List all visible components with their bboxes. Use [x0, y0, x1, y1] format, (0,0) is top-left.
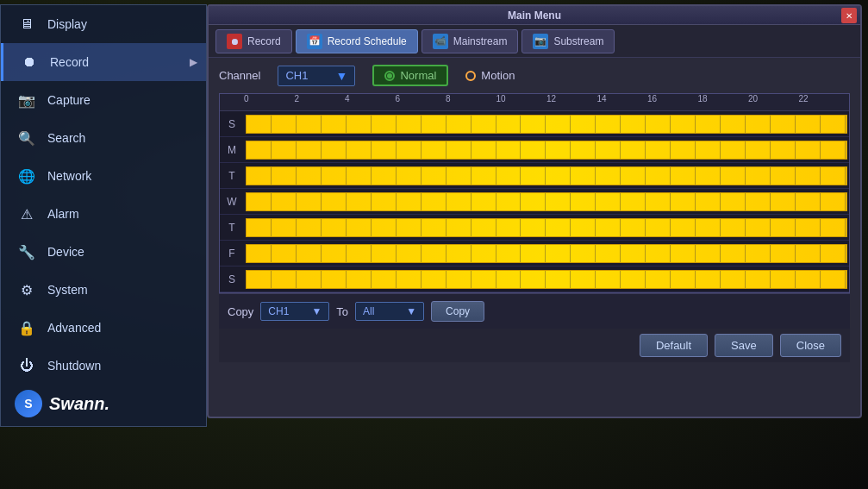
time-4: 4 — [345, 94, 350, 103]
sidebar-label-shutdown: Shutdown — [47, 359, 101, 373]
day-bar-W[interactable] — [246, 192, 847, 211]
mainstream-tab-icon: 📹 — [433, 34, 448, 49]
tab-substream[interactable]: 📷 Substream — [521, 29, 615, 53]
time-0: 0 — [244, 94, 249, 103]
time-22: 22 — [798, 94, 808, 103]
time-8: 8 — [446, 94, 451, 103]
motion-label: Motion — [481, 69, 515, 82]
day-bar-S2[interactable] — [246, 270, 847, 289]
sidebar: 🖥 Display ⏺ Record ▶ 📷 Capture 🔍 Search … — [0, 4, 207, 427]
day-row-M: M — [220, 137, 849, 163]
sidebar-item-network[interactable]: 🌐 Network — [1, 157, 206, 195]
tabs-area: ⏺ Record 📅 Record Schedule 📹 Mainstream … — [209, 25, 860, 58]
tab-mainstream[interactable]: 📹 Mainstream — [422, 29, 519, 53]
copy-to-select[interactable]: All ▼ — [355, 302, 424, 321]
day-row-T2: T — [220, 215, 849, 241]
day-label-W: W — [220, 196, 244, 208]
time-6: 6 — [396, 94, 401, 103]
arrow-icon: ▶ — [190, 56, 197, 68]
sidebar-label-device: Device — [47, 245, 84, 259]
substream-tab-icon: 📷 — [533, 34, 548, 49]
capture-icon: 📷 — [15, 88, 39, 112]
close-button[interactable]: Close — [780, 334, 841, 357]
window-title: Main Menu — [508, 9, 561, 22]
record-icon: ⏺ — [17, 50, 41, 74]
to-label: To — [336, 305, 348, 318]
sidebar-item-record[interactable]: ⏺ Record ▶ — [1, 43, 206, 81]
time-2: 2 — [294, 94, 299, 103]
tab-record-schedule-label: Record Schedule — [328, 35, 407, 47]
sidebar-item-display[interactable]: 🖥 Display — [1, 5, 206, 43]
copy-label: Copy — [228, 305, 253, 318]
day-bar-F[interactable] — [246, 244, 847, 263]
main-window: Main Menu ✕ ⏺ Record 📅 Record Schedule 📹… — [207, 4, 862, 418]
sidebar-item-device[interactable]: 🔧 Device — [1, 233, 206, 271]
tab-record[interactable]: ⏺ Record — [215, 29, 292, 53]
day-label-T1: T — [220, 170, 244, 182]
tab-record-label: Record — [247, 35, 281, 47]
swann-logo: S Swann. — [15, 390, 109, 417]
sidebar-label-system: System — [47, 283, 88, 297]
display-icon: 🖥 — [15, 12, 39, 36]
day-row-S1: S — [220, 111, 849, 137]
day-row-F: F — [220, 241, 849, 266]
day-bar-M[interactable] — [246, 141, 847, 160]
alarm-icon: ⚠ — [15, 202, 39, 226]
swann-logo-text: Swann. — [49, 394, 109, 414]
motion-radio — [465, 71, 476, 81]
advanced-icon: 🔒 — [15, 316, 39, 340]
sidebar-item-search[interactable]: 🔍 Search — [1, 119, 206, 157]
copy-button[interactable]: Copy — [431, 301, 484, 322]
copy-from-value: CH1 — [268, 305, 289, 317]
sidebar-label-record: Record — [50, 55, 89, 69]
sidebar-item-alarm[interactable]: ⚠ Alarm — [1, 195, 206, 233]
controls-row: Channel CH1 ▼ Normal Motion — [219, 65, 850, 86]
copy-to-value: All — [363, 305, 374, 317]
search-icon: 🔍 — [15, 126, 39, 150]
record-tab-icon: ⏺ — [227, 34, 242, 49]
copy-from-select[interactable]: CH1 ▼ — [260, 302, 329, 321]
sidebar-label-alarm: Alarm — [47, 207, 79, 221]
schedule-grid: 0 2 4 6 8 10 12 14 16 18 20 22 S — [219, 93, 850, 293]
motion-mode-button[interactable]: Motion — [465, 69, 515, 82]
sidebar-label-network: Network — [47, 169, 91, 183]
default-button[interactable]: Default — [640, 334, 708, 357]
sidebar-item-capture[interactable]: 📷 Capture — [1, 81, 206, 119]
copy-to-arrow: ▼ — [406, 305, 416, 317]
day-label-S2: S — [220, 273, 244, 285]
day-bar-S1[interactable] — [246, 115, 847, 134]
tab-record-schedule[interactable]: 📅 Record Schedule — [296, 29, 418, 53]
normal-mode-button[interactable]: Normal — [372, 65, 448, 86]
normal-label: Normal — [400, 69, 436, 82]
day-label-M: M — [220, 144, 244, 156]
channel-value: CH1 — [285, 69, 308, 82]
save-button[interactable]: Save — [715, 334, 773, 357]
sidebar-item-system[interactable]: ⚙ System — [1, 271, 206, 309]
sidebar-label-advanced: Advanced — [47, 321, 101, 335]
day-bar-T2[interactable] — [246, 218, 847, 237]
sidebar-item-advanced[interactable]: 🔒 Advanced — [1, 309, 206, 347]
normal-radio — [384, 71, 395, 81]
day-label-S1: S — [220, 118, 244, 130]
channel-dropdown-arrow: ▼ — [336, 69, 348, 83]
close-window-button[interactable]: ✕ — [841, 8, 857, 23]
tab-mainstream-label: Mainstream — [453, 35, 508, 47]
device-icon: 🔧 — [15, 240, 39, 264]
channel-select[interactable]: CH1 ▼ — [278, 66, 355, 86]
day-bar-T1[interactable] — [246, 166, 847, 185]
copy-controls: Copy CH1 ▼ To All ▼ Copy — [219, 293, 850, 329]
day-label-F: F — [220, 248, 244, 260]
time-14: 14 — [596, 94, 606, 103]
time-header: 0 2 4 6 8 10 12 14 16 18 20 22 — [220, 94, 849, 111]
time-18: 18 — [698, 94, 708, 103]
record-schedule-tab-icon: 📅 — [307, 34, 322, 49]
sidebar-item-shutdown[interactable]: ⏻ Shutdown — [1, 347, 206, 385]
system-icon: ⚙ — [15, 278, 39, 302]
footer-buttons: Default Save Close — [219, 329, 850, 362]
copy-from-arrow: ▼ — [311, 305, 322, 317]
time-10: 10 — [496, 94, 505, 103]
time-labels: 0 2 4 6 8 10 12 14 16 18 20 22 — [244, 94, 849, 111]
day-label-T2: T — [220, 222, 244, 234]
tab-substream-label: Substream — [553, 35, 603, 47]
content-area: Channel CH1 ▼ Normal Motion 0 2 — [209, 58, 860, 369]
